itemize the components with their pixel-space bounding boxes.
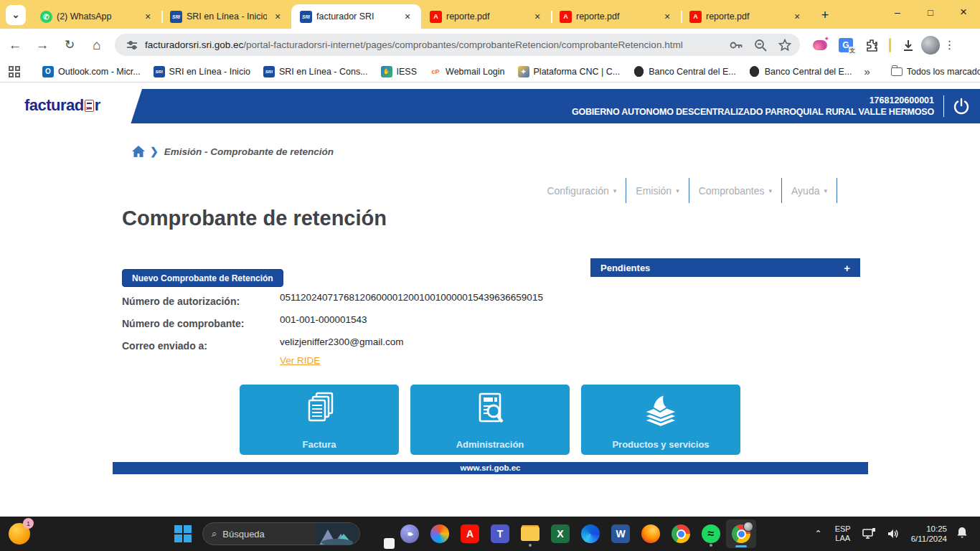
shortcut-tiles: Factura Administración xyxy=(240,385,740,455)
reload-button[interactable] xyxy=(57,33,82,57)
bookmark-iess[interactable]: IESS xyxy=(381,66,418,77)
word-button[interactable] xyxy=(606,519,636,548)
browser-tab-strip: (2) WhatsApp SRI en Línea - Inicio factu… xyxy=(0,0,980,29)
nav-configuracion[interactable]: Configuración xyxy=(537,178,626,203)
tab-facturador-sri-active[interactable]: facturador SRI xyxy=(291,4,421,29)
translate-icon[interactable] xyxy=(837,36,855,55)
home-breadcrumb-icon[interactable] xyxy=(131,145,146,158)
bookmark-banco-central-2[interactable]: Banco Central del E... xyxy=(749,66,852,77)
apps-grid-icon[interactable] xyxy=(9,66,20,77)
taskbar-search[interactable]: Búsqueda xyxy=(202,522,360,545)
acrobat-button[interactable] xyxy=(455,519,485,548)
task-view-button[interactable] xyxy=(364,519,395,548)
spotify-button[interactable] xyxy=(696,519,726,548)
ver-ride-link[interactable]: Ver RIDE xyxy=(280,355,320,366)
bookmark-sri-inicio[interactable]: SRI en Línea - Inicio xyxy=(154,66,250,77)
tab-search-button[interactable] xyxy=(6,5,26,25)
search-weather-art xyxy=(315,522,359,545)
field-label: Número de comprobante: xyxy=(122,314,280,329)
firefox-icon xyxy=(641,524,660,543)
notifications-bell-icon[interactable] xyxy=(953,526,974,542)
start-button[interactable] xyxy=(168,519,198,548)
copilot-button[interactable] xyxy=(425,519,455,548)
toolbar-extensions xyxy=(807,36,963,55)
copilot-icon xyxy=(430,524,449,543)
theme-extension-icon[interactable] xyxy=(811,36,829,55)
new-tab-button[interactable] xyxy=(815,5,835,25)
company-name: GOBIERNO AUTONOMO DESCENTRALIZADO PARROQ… xyxy=(572,106,934,118)
site-info-icon[interactable] xyxy=(125,38,139,52)
password-key-icon[interactable] xyxy=(728,37,744,53)
tab-title: (2) WhatsApp xyxy=(57,11,137,22)
expand-plus-icon[interactable] xyxy=(844,262,850,274)
tab-reporte-pdf-3[interactable]: reporte.pdf xyxy=(681,4,811,29)
taskbar-center: Búsqueda xyxy=(168,519,756,548)
close-icon[interactable] xyxy=(271,10,284,23)
outlook-icon xyxy=(42,66,54,77)
nuevo-comprobante-button[interactable]: Nuevo Comprobante de Retención xyxy=(122,269,283,287)
chat-button[interactable] xyxy=(395,519,425,548)
tab-reporte-pdf-1[interactable]: reporte.pdf xyxy=(421,4,551,29)
language-indicator[interactable]: ESPLAA xyxy=(829,524,857,543)
tile-factura[interactable]: Factura xyxy=(240,385,399,455)
close-window-button[interactable] xyxy=(947,0,980,24)
page-footer: www.sri.gob.ec xyxy=(113,462,868,474)
back-button[interactable] xyxy=(3,33,27,57)
bookmark-cnc[interactable]: Plataforma CNC | C... xyxy=(518,66,621,77)
tile-label: Administración xyxy=(410,439,570,450)
file-explorer-button[interactable] xyxy=(515,519,545,548)
edge-button[interactable] xyxy=(575,519,606,548)
forward-button[interactable] xyxy=(30,33,55,57)
zoom-out-icon[interactable] xyxy=(753,37,768,53)
nav-comprobantes[interactable]: Comprobantes xyxy=(689,178,781,203)
close-icon[interactable] xyxy=(141,10,154,23)
home-button[interactable] xyxy=(85,33,109,57)
bookmark-outlook[interactable]: Outlook.com - Micr... xyxy=(42,66,141,77)
tab-reporte-pdf-2[interactable]: reporte.pdf xyxy=(551,4,681,29)
url-path: /portal-facturadorsri-internet/pages/com… xyxy=(243,39,682,50)
bookmark-webmail[interactable]: Webmail Login xyxy=(430,66,504,77)
tile-administracion[interactable]: Administración xyxy=(410,385,570,455)
bookmark-banco-central-1[interactable]: Banco Central del E... xyxy=(633,66,736,77)
tray-chevron-icon[interactable] xyxy=(808,529,829,539)
close-icon[interactable] xyxy=(531,10,544,23)
bookmarks-overflow-chevron[interactable] xyxy=(864,65,870,77)
close-icon[interactable] xyxy=(791,10,804,23)
minimize-button[interactable] xyxy=(881,0,914,24)
address-bar[interactable]: facturadorsri.sri.gob.ec/portal-facturad… xyxy=(115,34,800,56)
bookmark-sri-consultas[interactable]: SRI en Línea - Cons... xyxy=(263,66,368,77)
folder-icon xyxy=(521,527,540,541)
tab-whatsapp[interactable]: (2) WhatsApp xyxy=(32,4,161,29)
clock[interactable]: 10:256/11/2024 xyxy=(905,524,953,544)
pendientes-panel-header[interactable]: Pendientes xyxy=(590,258,860,277)
chrome-profile-button-active[interactable] xyxy=(726,519,756,548)
whatsapp-icon xyxy=(40,11,52,23)
close-icon[interactable] xyxy=(401,10,414,23)
teams-button[interactable] xyxy=(485,519,515,548)
chat-icon xyxy=(400,524,419,543)
bookmark-star-icon[interactable] xyxy=(777,37,793,53)
tab-sri-en-linea[interactable]: SRI en Línea - Inicio xyxy=(161,4,291,29)
profile-avatar[interactable] xyxy=(921,36,940,55)
tab-title: facturador SRI xyxy=(316,11,397,22)
facturador-logo[interactable]: facturadr xyxy=(24,96,100,115)
menu-kebab-icon[interactable] xyxy=(940,38,963,52)
all-bookmarks-folder[interactable]: Todos los marcadores xyxy=(891,67,980,77)
extensions-puzzle-icon[interactable] xyxy=(862,36,881,55)
field-row: Número de autorización: 0511202407176812… xyxy=(122,292,581,307)
bookmark-label: SRI en Línea - Cons... xyxy=(279,67,368,77)
volume-icon[interactable] xyxy=(881,527,905,540)
maximize-button[interactable] xyxy=(914,0,947,24)
close-icon[interactable] xyxy=(661,10,674,23)
tile-label: Factura xyxy=(240,439,399,450)
downloads-icon[interactable] xyxy=(899,36,918,55)
nav-emision[interactable]: Emisión xyxy=(626,178,688,203)
nav-ayuda[interactable]: Ayuda xyxy=(781,178,837,203)
tile-productos-servicios[interactable]: Productos y servicios xyxy=(581,385,740,455)
chrome-button[interactable] xyxy=(666,519,696,548)
power-logout-icon[interactable] xyxy=(951,96,971,116)
network-display-icon[interactable] xyxy=(857,527,881,540)
firefox-button[interactable] xyxy=(636,519,666,548)
comprobante-fields: Número de autorización: 0511202407176812… xyxy=(122,292,581,359)
excel-button[interactable] xyxy=(545,519,575,548)
